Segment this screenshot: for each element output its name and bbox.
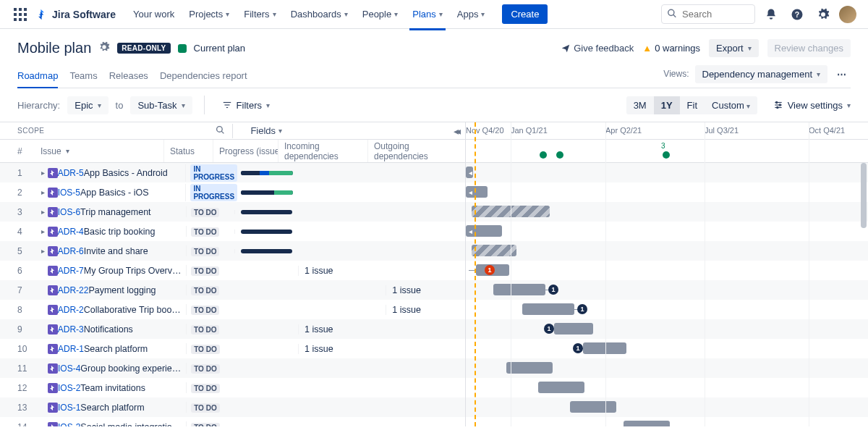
settings-icon[interactable] <box>813 4 833 25</box>
timeline-row: ◂ <box>466 222 868 241</box>
plan-settings-icon[interactable] <box>98 41 110 55</box>
collapse-columns-icon[interactable]: ◂◂ <box>454 125 458 137</box>
create-button[interactable]: Create <box>502 4 548 24</box>
nav-projects[interactable]: Projects▾ <box>183 4 235 24</box>
fields-dropdown[interactable]: Fields▾ <box>250 125 282 136</box>
range-1y[interactable]: 1Y <box>654 96 680 114</box>
dependency-badge[interactable]: 1 <box>548 285 558 295</box>
issue-key[interactable]: ADR-7 <box>58 266 84 276</box>
scope-search-icon[interactable] <box>216 125 225 136</box>
tab-roadmap[interactable]: Roadmap <box>17 64 58 88</box>
col-progress: Progress (issue … <box>213 140 278 162</box>
timeline-row: ◂ <box>466 182 868 202</box>
table-row[interactable]: 8ADR-2Collaborative Trip boo…TO DO1 issu… <box>0 300 465 319</box>
hierarchy-from[interactable]: Epic▾ <box>67 96 108 114</box>
table-row[interactable]: 6ADR-7My Group Trips Overv…TO DO1 issue <box>0 261 465 280</box>
gantt-bar[interactable] <box>570 401 616 413</box>
col-issue[interactable]: Issue▾ <box>26 146 163 156</box>
gantt-bar[interactable] <box>554 323 593 334</box>
user-avatar[interactable] <box>839 6 856 23</box>
give-feedback-link[interactable]: Give feedback <box>561 43 634 54</box>
issue-key[interactable]: IOS-6 <box>58 207 80 217</box>
issue-key[interactable]: ADR-3 <box>58 324 84 334</box>
gantt-bar[interactable]: ◂ <box>466 167 473 178</box>
tab-dependencies-report[interactable]: Dependencies report <box>160 64 247 88</box>
row-number: 11 <box>0 363 26 374</box>
expand-icon[interactable]: ▸ <box>39 247 48 255</box>
issue-key[interactable]: IOS-5 <box>58 188 80 198</box>
dependency-badge[interactable]: 1 <box>577 304 587 314</box>
tab-teams[interactable]: Teams <box>69 64 97 88</box>
cell-status: IN PROGRESS <box>185 184 234 201</box>
milestone-marker[interactable] <box>540 151 547 159</box>
nav-dashboards[interactable]: Dashboards▾ <box>285 4 354 24</box>
more-menu-icon[interactable]: ⋯ <box>833 65 851 83</box>
hierarchy-to[interactable]: Sub-Task▾ <box>130 96 192 114</box>
gantt-bar[interactable] <box>493 284 545 295</box>
timeline-period-label: Nov Q4/20 <box>466 126 504 135</box>
expand-icon[interactable]: ▸ <box>39 169 48 177</box>
issue-key[interactable]: ADR-4 <box>58 227 84 237</box>
expand-icon[interactable]: ▸ <box>39 188 48 196</box>
table-row[interactable]: 4▸ADR-4Basic trip bookingTO DO <box>0 222 465 241</box>
issue-key[interactable]: IOS-1 <box>58 403 80 413</box>
gantt-bar[interactable]: ◂ <box>466 186 488 198</box>
range-custom[interactable]: Custom ▾ <box>705 96 757 114</box>
gantt-bar[interactable] <box>538 382 584 393</box>
table-row[interactable]: 7ADR-22Payment loggingTO DO1 issue <box>0 280 465 300</box>
issue-key[interactable]: ADR-5 <box>58 168 84 178</box>
app-switcher-icon[interactable] <box>12 6 29 23</box>
warnings-link[interactable]: ▲ 0 warnings <box>642 43 700 54</box>
range-fit[interactable]: Fit <box>680 96 705 114</box>
nav-filters[interactable]: Filters▾ <box>238 4 281 24</box>
product-logo[interactable]: Jira Software <box>35 8 116 21</box>
nav-plans[interactable]: Plans▾ <box>407 4 448 24</box>
view-settings-button[interactable]: View settings▾ <box>773 100 851 111</box>
issue-key[interactable]: ADR-22 <box>58 285 89 295</box>
gantt-bar[interactable] <box>522 303 574 315</box>
help-icon[interactable]: ? <box>787 4 807 25</box>
issue-key[interactable]: IOS-4 <box>58 363 80 374</box>
table-row[interactable]: 9ADR-3NotificationsTO DO1 issue <box>0 319 465 339</box>
vertical-scrollbar[interactable] <box>861 163 867 426</box>
gantt-bar[interactable] <box>506 362 553 374</box>
issue-key[interactable]: ADR-1 <box>58 344 84 354</box>
milestone-marker[interactable] <box>663 151 670 159</box>
cell-outgoing: 1 issue <box>386 305 465 315</box>
gantt-bar[interactable] <box>624 421 670 426</box>
table-row[interactable]: 3▸IOS-6Trip managementTO DO <box>0 202 465 222</box>
table-row[interactable]: 12IOS-2Team invitationsTO DO <box>0 378 465 397</box>
view-selector[interactable]: Dependency management ▾ <box>695 65 828 83</box>
table-row[interactable]: 5▸ADR-6Invite and shareTO DO <box>0 241 465 261</box>
gantt-bar[interactable] <box>472 245 516 256</box>
issue-key[interactable]: ADR-2 <box>58 305 84 315</box>
current-plan-label: Current plan <box>194 43 246 54</box>
table-row[interactable]: 14IOS-3Social media integratio…TO DO <box>0 417 465 426</box>
issue-key[interactable]: IOS-2 <box>58 383 80 393</box>
filters-button[interactable]: Filters▾ <box>216 96 276 114</box>
issue-key[interactable]: ADR-6 <box>58 246 84 256</box>
dependency-badge[interactable]: 1 <box>573 343 583 353</box>
expand-icon[interactable]: ▸ <box>39 208 48 216</box>
product-name: Jira Software <box>52 9 116 20</box>
global-nav: Jira Software Your workProjects▾Filters▾… <box>0 0 868 29</box>
gantt-bar[interactable] <box>583 342 626 354</box>
export-button[interactable]: Export ▾ <box>709 39 759 57</box>
nav-apps[interactable]: Apps▾ <box>451 4 491 24</box>
dependency-badge[interactable]: 1 <box>485 265 495 275</box>
issue-key[interactable]: IOS-3 <box>58 422 80 427</box>
table-row[interactable]: 10ADR-1Search platformTO DO1 issue <box>0 339 465 358</box>
dependency-badge[interactable]: 1 <box>544 324 554 334</box>
notifications-icon[interactable] <box>761 4 781 25</box>
nav-people[interactable]: People▾ <box>357 4 404 24</box>
gantt-bar[interactable]: ◂ <box>466 225 502 237</box>
nav-your-work[interactable]: Your work <box>127 4 180 24</box>
table-row[interactable]: 13IOS-1Search platformTO DO <box>0 397 465 417</box>
table-row[interactable]: 1▸ADR-5App Basics - AndroidIN PROGRESS <box>0 163 465 182</box>
expand-icon[interactable]: ▸ <box>39 227 48 235</box>
tab-releases[interactable]: Releases <box>109 64 148 88</box>
milestone-marker[interactable] <box>556 151 563 159</box>
range-3m[interactable]: 3M <box>626 96 654 114</box>
table-row[interactable]: 2▸IOS-5App Basics - iOSIN PROGRESS <box>0 182 465 202</box>
table-row[interactable]: 11IOS-4Group booking experie…TO DO <box>0 358 465 378</box>
